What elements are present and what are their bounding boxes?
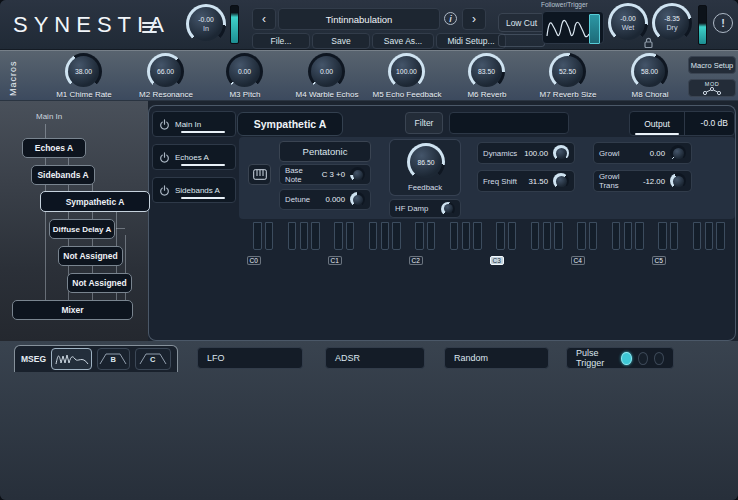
routing-node-sympathetic-a[interactable]: Sympathetic A [40, 191, 150, 212]
preset-prev-button[interactable]: ‹ [252, 8, 276, 30]
black-key[interactable] [508, 222, 516, 250]
power-icon[interactable] [159, 185, 170, 196]
keyboard-mode-button[interactable] [248, 164, 271, 185]
tab-pulse-trigger[interactable]: Pulse Trigger [566, 347, 674, 369]
black-key[interactable] [716, 222, 724, 250]
hf-damp-knob[interactable] [441, 202, 455, 216]
macro-knob-m8[interactable]: 58.00 [631, 53, 668, 90]
black-key[interactable] [253, 222, 261, 250]
mseg-tab-group[interactable]: MSEG B C [14, 345, 178, 372]
preset-info-icon[interactable]: i [444, 12, 457, 25]
black-key[interactable] [624, 222, 632, 250]
black-key[interactable] [554, 222, 562, 250]
dynamics-knob[interactable] [553, 145, 569, 161]
menu-icon[interactable] [142, 19, 157, 35]
scale-select[interactable]: Pentatonic [279, 141, 371, 162]
black-key[interactable] [577, 222, 585, 250]
hf-damp-row[interactable]: HF Damp [389, 199, 461, 218]
macro-knob-m1[interactable]: 38.00 [65, 53, 102, 90]
routing-node-sidebands-a[interactable]: Sidebands A [31, 165, 95, 185]
pulse-trigger-radio-3[interactable] [654, 352, 664, 365]
macro-knob-m7[interactable]: 52.50 [549, 53, 586, 90]
macro-knob-m3[interactable]: 0.00 [226, 53, 263, 90]
black-key[interactable] [531, 222, 539, 250]
wet-knob[interactable]: -0.00Wet [608, 3, 648, 43]
low-cut-button[interactable]: Low Cut [498, 13, 545, 32]
alert-icon[interactable]: ! [713, 13, 733, 33]
black-key[interactable] [612, 222, 620, 250]
macro-knob-m5[interactable]: 100.00 [388, 53, 425, 90]
black-key[interactable] [427, 222, 435, 250]
save-as-button[interactable]: Save As... [372, 33, 434, 49]
black-key[interactable] [300, 222, 308, 250]
black-key[interactable] [693, 222, 701, 250]
black-key[interactable] [658, 222, 666, 250]
mseg-subtab-b[interactable]: B [97, 348, 130, 370]
routing-node-not-assigned-2[interactable]: Not Assigned [67, 273, 132, 293]
black-key[interactable] [496, 222, 504, 250]
macro-knob-m4[interactable]: 0.00 [308, 53, 345, 90]
black-key[interactable] [369, 222, 377, 250]
filter-display[interactable] [449, 112, 569, 134]
base-note-row[interactable]: Base Note C 3 +0 [279, 164, 371, 185]
macro-knob-m2[interactable]: 66.00 [147, 53, 184, 90]
black-key[interactable] [462, 222, 470, 250]
routing-node-not-assigned-1[interactable]: Not Assigned [58, 246, 123, 266]
low-cut-slot[interactable] [498, 34, 545, 47]
freq-shift-knob[interactable] [553, 173, 569, 189]
black-key[interactable] [589, 222, 597, 250]
tab-lfo[interactable]: LFO [197, 347, 303, 369]
routing-node-diffuse-delay-a[interactable]: Diffuse Delay A [49, 219, 115, 239]
black-key[interactable] [346, 222, 354, 250]
pulse-trigger-radio-2[interactable] [638, 352, 648, 365]
black-key[interactable] [288, 222, 296, 250]
follower-trigger-display[interactable] [542, 11, 604, 44]
output-value[interactable]: -0.0 dB [684, 112, 734, 135]
black-key[interactable] [334, 222, 342, 250]
black-key[interactable] [450, 222, 458, 250]
mseg-subtab-c[interactable]: C [135, 348, 171, 370]
growl-row[interactable]: Growl 0.00 [593, 142, 692, 164]
power-icon[interactable] [159, 119, 170, 130]
layer-tab-main-in[interactable]: Main In [152, 111, 236, 137]
midi-setup-button[interactable]: Midi Setup... [436, 33, 506, 49]
mod-matrix-button[interactable]: MOD [688, 79, 736, 97]
black-key[interactable] [265, 222, 273, 250]
black-key[interactable] [392, 222, 400, 250]
preset-name-field[interactable]: Tintinnabulation [278, 8, 440, 30]
tab-random[interactable]: Random [444, 347, 549, 369]
tab-adsr[interactable]: ADSR [325, 347, 425, 369]
input-gain-knob[interactable]: -0.00In [186, 4, 226, 44]
filter-button[interactable]: Filter [405, 112, 443, 134]
output-button[interactable]: Output [630, 119, 684, 129]
save-button[interactable]: Save [312, 33, 370, 49]
detune-row[interactable]: Detune 0.000 [279, 189, 371, 210]
power-icon[interactable] [159, 152, 170, 163]
dynamics-row[interactable]: Dynamics 100.00 [477, 142, 575, 164]
black-key[interactable] [381, 222, 389, 250]
wet-dry-lock-icon[interactable] [643, 36, 654, 49]
black-key[interactable] [543, 222, 551, 250]
black-key[interactable] [705, 222, 713, 250]
growl-knob[interactable] [670, 145, 686, 161]
black-key[interactable] [670, 222, 678, 250]
detune-knob[interactable] [350, 192, 365, 207]
macro-knob-m6[interactable]: 83.50 [468, 53, 505, 90]
file-button[interactable]: File... [252, 33, 310, 49]
black-key[interactable] [415, 222, 423, 250]
routing-node-echoes-a[interactable]: Echoes A [22, 138, 86, 158]
growl-trans-knob[interactable] [670, 173, 686, 189]
growl-trans-row[interactable]: Growl Trans -12.00 [593, 170, 692, 192]
feedback-knob[interactable]: 86.50 [407, 143, 445, 181]
black-key[interactable] [473, 222, 481, 250]
black-key[interactable] [635, 222, 643, 250]
black-key[interactable] [311, 222, 319, 250]
dry-knob[interactable]: -8.35Dry [652, 3, 692, 43]
mseg-subtab-a[interactable] [51, 348, 92, 370]
freq-shift-row[interactable]: Freq Shift 31.50 [477, 170, 575, 192]
pulse-trigger-radio-1[interactable] [621, 352, 631, 365]
layer-tab-sidebands-a[interactable]: Sidebands A [152, 177, 236, 203]
routing-node-mixer[interactable]: Mixer [12, 300, 133, 320]
layer-tab-echoes-a[interactable]: Echoes A [152, 144, 236, 170]
preset-next-button[interactable]: › [462, 8, 486, 30]
